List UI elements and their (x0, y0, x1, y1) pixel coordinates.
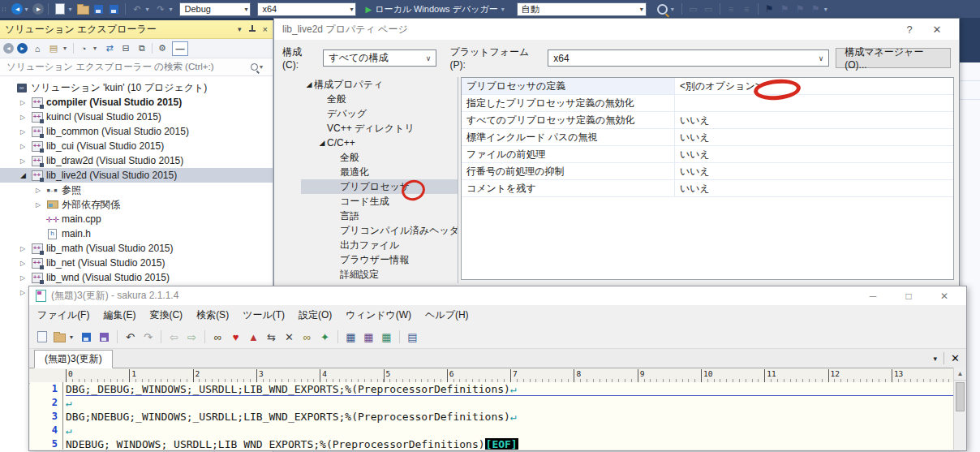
scrollbar-thumb[interactable] (956, 382, 965, 411)
tree-arrow-icon[interactable]: ▷ (20, 157, 31, 165)
show-all-files-icon[interactable]: ⧉ (135, 42, 148, 55)
category-item[interactable]: コード生成 (301, 194, 458, 209)
grep-icon[interactable]: ▦ (343, 329, 359, 345)
vs-auto-combo[interactable]: 自動▾ (517, 2, 647, 16)
scroll-up-icon[interactable]: ▲ (954, 368, 966, 381)
property-value[interactable]: いいえ (675, 129, 953, 145)
tree-arrow-icon[interactable]: ▷ (20, 143, 31, 150)
tree-arrow-icon[interactable]: ▷ (20, 274, 31, 282)
chevron-down-icon[interactable]: ▾ (63, 45, 70, 52)
redo-icon[interactable]: ↷ (153, 2, 167, 16)
tree-item[interactable]: ▷■-■参照 (0, 183, 273, 197)
new-file-icon[interactable] (34, 329, 49, 345)
text-editor-area[interactable]: 12345 DBG;_DEBUG;_WINDOWS;_USRDLL;LIB_WN… (30, 382, 965, 450)
vs-config-combo[interactable]: Debug▾ (179, 2, 251, 16)
category-item[interactable]: プリプロセッサ (301, 179, 458, 194)
close-icon[interactable]: ✕ (923, 24, 951, 36)
back-icon[interactable]: ◄ (3, 43, 14, 54)
category-item[interactable]: 出力ファイル (301, 238, 458, 252)
property-value[interactable] (675, 95, 953, 111)
tree-arrow-icon[interactable]: ◢ (317, 139, 327, 147)
category-item[interactable]: 言語 (301, 209, 458, 223)
menu-item[interactable]: 検索(S) (196, 308, 229, 322)
start-debug-button[interactable]: ▶ローカル Windows デバッガー▾ (365, 3, 507, 15)
solution-explorer-search[interactable]: ソリューション エクスプローラー の検索 (Ctrl+:) ▾ (0, 58, 273, 76)
tree-arrow-icon[interactable]: ▷ (36, 201, 46, 209)
menu-item[interactable]: 変換(C) (149, 308, 183, 322)
property-value[interactable]: <別のオプション> (675, 78, 953, 94)
help-button[interactable]: ? (896, 24, 923, 36)
menu-item[interactable]: ファイル(F) (37, 308, 89, 322)
tree-item[interactable]: ▷++lib_wnd (Visual Studio 2015) (0, 270, 273, 285)
category-item[interactable]: デバッグ (301, 106, 458, 121)
sync-selection-icon[interactable]: ⇄ (103, 42, 116, 55)
collapse-all-icon[interactable]: ⊟ (119, 42, 132, 55)
category-item[interactable]: VC++ ディレクトリ (301, 121, 458, 136)
config-combo[interactable]: すべての構成∨ (323, 50, 436, 67)
toolbar-options-caret-icon[interactable]: ▾ (824, 6, 831, 13)
category-item[interactable]: 全般 (301, 92, 458, 106)
tree-arrow-icon[interactable]: ▷ (36, 187, 46, 194)
tab-list-caret-icon[interactable]: ▾ (934, 355, 938, 363)
window-list-icon[interactable]: ▤ (405, 329, 420, 345)
bookmark-prev-icon[interactable]: ⚑ (778, 2, 792, 16)
back-caret-icon[interactable]: ▾ (24, 6, 31, 13)
tree-item[interactable]: ▷++kuincl (Visual Studio 2015) (0, 110, 273, 124)
open-folder-icon[interactable] (76, 2, 90, 16)
tree-item[interactable]: ▷++lib_draw2d (Visual Studio 2015) (0, 153, 273, 168)
save-icon[interactable] (79, 329, 94, 345)
jump-back-icon[interactable]: ⇦ (166, 329, 182, 345)
menu-item[interactable]: ウィンドウ(W) (346, 308, 411, 322)
code-area[interactable]: DBG;_DEBUG;_WINDOWS;_USRDLL;LIB_WND_EXPO… (63, 382, 965, 450)
document-tab[interactable]: (無題)3(更新) (34, 350, 113, 368)
tree-item[interactable]: ✛✛main.cpp (0, 212, 273, 226)
code-line[interactable]: ↵ (66, 396, 965, 410)
maximize-button[interactable]: □ (893, 291, 924, 302)
tree-arrow-icon[interactable]: ◢ (304, 80, 314, 88)
undo-icon[interactable]: ↶ (130, 2, 144, 16)
tree-arrow-icon[interactable]: ▷ (20, 99, 31, 106)
category-item[interactable]: 全般 (301, 150, 458, 165)
tree-item[interactable]: ◢++lib_live2d (Visual Studio 2015) (0, 168, 273, 183)
tree-item[interactable]: ∞ソリューション 'kuin' (10 プロジェクト) (0, 80, 273, 95)
search-icon[interactable]: ∞ (210, 329, 226, 345)
forward-icon[interactable]: ► (17, 43, 28, 54)
replace-icon[interactable]: ⇆ (264, 329, 279, 345)
tree-arrow-icon[interactable]: ▷ (20, 245, 31, 252)
pending-changes-filter-icon[interactable]: ◔ (77, 42, 90, 55)
category-item[interactable]: 最適化 (301, 165, 458, 179)
sakura-titlebar[interactable]: (無題)3(更新) - sakura 2.1.1.4 ─ □ ✕ (29, 286, 966, 305)
undo-icon[interactable]: ↶ (122, 329, 138, 345)
indent-icon[interactable]: ▭ (686, 2, 700, 16)
platform-combo[interactable]: x64∨ (548, 50, 829, 67)
save-all-icon[interactable] (107, 2, 121, 16)
pin-icon[interactable] (249, 25, 256, 33)
undo-caret-icon[interactable]: ▾ (145, 6, 152, 13)
outdent-icon[interactable]: ▭ (702, 2, 716, 16)
property-row[interactable]: 標準インクルード パスの無視いいえ (462, 129, 953, 146)
outline-icon[interactable]: ✦ (317, 329, 333, 345)
chevron-down-icon[interactable]: ▾ (93, 45, 100, 52)
property-row[interactable]: プリプロセッサの定義<別のオプション> (462, 78, 953, 95)
category-item[interactable]: ◢C/C++ (301, 136, 458, 150)
window-position-caret-icon[interactable]: ▾ (238, 25, 242, 33)
find-caret-icon[interactable]: ▾ (671, 6, 677, 13)
bookmark-icon[interactable]: ⚑ (763, 2, 776, 16)
home-icon[interactable]: ⌂ (31, 42, 44, 55)
property-row[interactable]: 行番号の前処理の抑制いいえ (462, 163, 953, 180)
category-item[interactable]: ◢構成プロパティ (301, 77, 458, 92)
open-caret-icon[interactable]: ▾ (70, 334, 76, 341)
vertical-scrollbar[interactable]: ▲ (953, 368, 966, 450)
forward-icon[interactable]: ► (32, 3, 44, 15)
vs-platform-combo[interactable]: x64▾ (257, 2, 356, 16)
code-line[interactable]: DBG;NDEBUG;_WINDOWS;_USRDLL;LIB_WND_EXPO… (66, 410, 965, 424)
menu-item[interactable]: 設定(O) (299, 308, 332, 322)
open-file-icon[interactable] (52, 329, 67, 345)
tab-close-icon[interactable]: ✕ (943, 352, 960, 364)
redo-icon[interactable]: ↷ (140, 329, 156, 345)
grep-replace-icon[interactable]: ▦ (361, 329, 376, 345)
redo-caret-icon[interactable]: ▾ (169, 6, 175, 13)
tree-arrow-icon[interactable]: ◢ (20, 171, 31, 179)
property-value[interactable]: いいえ (675, 112, 953, 128)
tree-item[interactable]: hmain.h (0, 226, 273, 241)
